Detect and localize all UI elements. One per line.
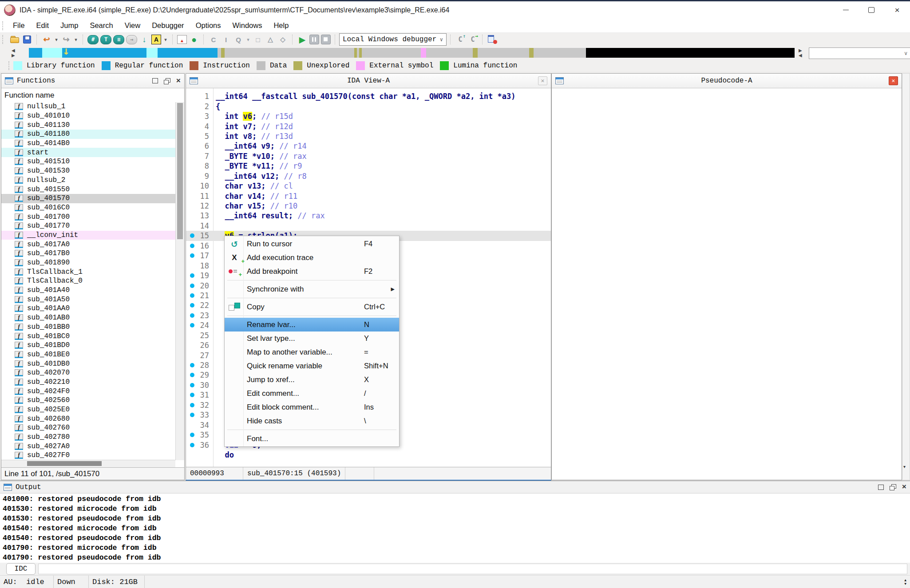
code-line[interactable]: 5 int v8; // r13d: [186, 131, 551, 141]
context-menu-item-set-lvar-type[interactable]: Set lvar type...Y: [225, 331, 399, 345]
band-range-select[interactable]: ∨: [809, 47, 910, 59]
i-bar-icon[interactable]: I: [221, 34, 231, 45]
code-line[interactable]: 14: [186, 221, 551, 231]
function-row[interactable]: fsub_4016C0: [1, 203, 175, 213]
function-row[interactable]: fsub_402560: [1, 396, 175, 405]
pseudocode-panel-header[interactable]: Pseudocode-A ✕: [552, 74, 902, 88]
function-row[interactable]: fsub_401550: [1, 185, 175, 194]
band-right-arrow-icon[interactable]: ▶: [799, 48, 802, 53]
functions-panel-header[interactable]: Functions ×: [1, 74, 184, 88]
q-glyph-icon[interactable]: Q: [233, 34, 244, 45]
nav-forward-icon[interactable]: ↪: [61, 34, 71, 45]
menu-help[interactable]: Help: [268, 21, 294, 30]
function-row[interactable]: fsub_4027F0: [1, 451, 175, 460]
context-menu-item-synchronize-with[interactable]: Synchronize with▶: [225, 282, 399, 296]
close-icon[interactable]: ×: [884, 1, 910, 19]
function-row[interactable]: fsub_401BB0: [1, 323, 175, 332]
band-scroll-arrows-right[interactable]: ▶◀: [799, 47, 802, 59]
diamond-outline-icon[interactable]: ◇: [277, 34, 288, 45]
band-left-arrow-icon[interactable]: ◀: [799, 53, 802, 58]
function-row[interactable]: fsub_402680: [1, 414, 175, 423]
segments-view-icon[interactable]: ≡: [113, 35, 124, 44]
function-row[interactable]: fsub_401DB0: [1, 359, 175, 368]
function-row[interactable]: fTlsCallback_1: [1, 267, 175, 276]
context-menu-item-rename-lvar[interactable]: Rename lvar...N: [225, 318, 399, 331]
band-scroll-arrows-left[interactable]: ◀▶: [12, 47, 15, 59]
function-row[interactable]: fsub_401BE0: [1, 350, 175, 359]
function-row[interactable]: fsub_401AB0: [1, 313, 175, 323]
nav-forward-caret-icon[interactable]: ▾: [73, 34, 79, 45]
close-panel-icon[interactable]: ×: [902, 484, 906, 490]
context-menu-item-map-to-another-variable[interactable]: Map to another variable...=: [225, 345, 399, 359]
maximize-icon[interactable]: [859, 1, 884, 19]
function-row[interactable]: fsub_402760: [1, 423, 175, 433]
debugger-select[interactable]: Local Windows debugger∨: [339, 33, 447, 46]
function-row[interactable]: fsub_401700: [1, 212, 175, 221]
stop-icon[interactable]: [321, 35, 331, 44]
float-panel-icon[interactable]: [164, 78, 170, 84]
square-outline-icon[interactable]: □: [253, 34, 263, 45]
code-line[interactable]: 4 int v7; // r12d: [186, 121, 551, 131]
names-view-icon[interactable]: T: [100, 35, 111, 44]
code-line[interactable]: 7 _BYTE *v10; // rax: [186, 151, 551, 161]
c-bracket-icon[interactable]: C: [208, 34, 219, 45]
function-row[interactable]: fsub_401130: [1, 120, 175, 130]
float-panel-icon[interactable]: [890, 484, 896, 490]
analysis-indicator-icon[interactable]: ●: [189, 34, 199, 45]
function-row[interactable]: fsub_402780: [1, 433, 175, 442]
function-row[interactable]: fsub_4017A0: [1, 240, 175, 249]
menu-file[interactable]: File: [7, 21, 31, 30]
context-menu-item-edit-block-comment[interactable]: Edit block comment...Ins: [225, 400, 399, 414]
code-line[interactable]: 8 _BYTE *v11; // r9: [186, 161, 551, 171]
function-row[interactable]: fsub_402210: [1, 378, 175, 387]
function-list-horizontal-scrollbar[interactable]: [1, 460, 175, 467]
color-caret-icon[interactable]: ▾: [163, 34, 168, 45]
function-row[interactable]: fsub_4014B0: [1, 139, 175, 148]
code-line[interactable]: do: [186, 450, 551, 460]
menu-view[interactable]: View: [119, 21, 146, 30]
hex-view-icon[interactable]: #: [87, 35, 99, 44]
function-row[interactable]: f__lconv_init: [1, 231, 175, 240]
code-line[interactable]: 13 __int64 result; // rax: [186, 211, 551, 221]
context-menu-item-add-breakpoint[interactable]: Add breakpointF2: [225, 264, 399, 278]
code-line[interactable]: 9 __int64 v12; // r8: [186, 171, 551, 181]
function-row[interactable]: fsub_4024F0: [1, 387, 175, 396]
pause-icon[interactable]: [309, 35, 319, 44]
menu-windows[interactable]: Windows: [227, 21, 268, 30]
highlight-color-icon[interactable]: A: [151, 35, 161, 44]
navigation-band[interactable]: ↓: [29, 48, 795, 58]
maximize-panel-icon[interactable]: [152, 78, 158, 83]
close-pseudocode-icon[interactable]: ✕: [889, 76, 898, 85]
context-menu-item-hide-casts[interactable]: Hide casts\: [225, 414, 399, 428]
nav-back-icon[interactable]: ↩: [41, 34, 52, 45]
open-folder-icon[interactable]: [9, 34, 20, 45]
context-menu-item-jump-to-xref[interactable]: Jump to xref...X: [225, 373, 399, 387]
idc-command-input[interactable]: [38, 564, 907, 574]
code-line[interactable]: 3 int v6; // r15d: [186, 111, 551, 121]
triangle-outline-icon[interactable]: △: [265, 34, 276, 45]
menu-debugger[interactable]: Debugger: [146, 21, 190, 30]
caret-down-icon[interactable]: ▾: [245, 34, 251, 45]
code-line[interactable]: 10 char v13; // cl: [186, 181, 551, 191]
right-scrollbar[interactable]: ▾: [902, 73, 910, 480]
idc-tab[interactable]: IDC: [6, 563, 36, 575]
function-row[interactable]: fsub_4017B0: [1, 249, 175, 258]
band-left-arrow-icon[interactable]: ◀: [12, 48, 15, 53]
imports-view-icon[interactable]: →: [126, 35, 137, 44]
function-list-vertical-scrollbar[interactable]: [175, 102, 184, 460]
context-menu-item-quick-rename-variable[interactable]: Quick rename variableShift+N: [225, 359, 399, 373]
function-row[interactable]: fsub_402070: [1, 368, 175, 378]
debugger-windows-icon[interactable]: [487, 34, 498, 45]
jump-arrow-icon[interactable]: ↓: [139, 34, 150, 45]
function-row[interactable]: fsub_4025E0: [1, 405, 175, 414]
function-row[interactable]: fsub_401010: [1, 111, 175, 121]
scrollbar-thumb[interactable]: [27, 461, 102, 466]
function-row[interactable]: fnullsub_1: [1, 102, 175, 111]
function-row[interactable]: fsub_401770: [1, 221, 175, 231]
code-line[interactable]: 6 __int64 v9; // r14: [186, 141, 551, 151]
menu-jump[interactable]: Jump: [55, 21, 84, 30]
function-row[interactable]: fsub_401570: [1, 194, 175, 203]
menu-edit[interactable]: Edit: [31, 21, 55, 30]
step-until-call-icon[interactable]: C→: [467, 34, 478, 45]
context-menu-item-font[interactable]: Font...: [225, 432, 399, 446]
